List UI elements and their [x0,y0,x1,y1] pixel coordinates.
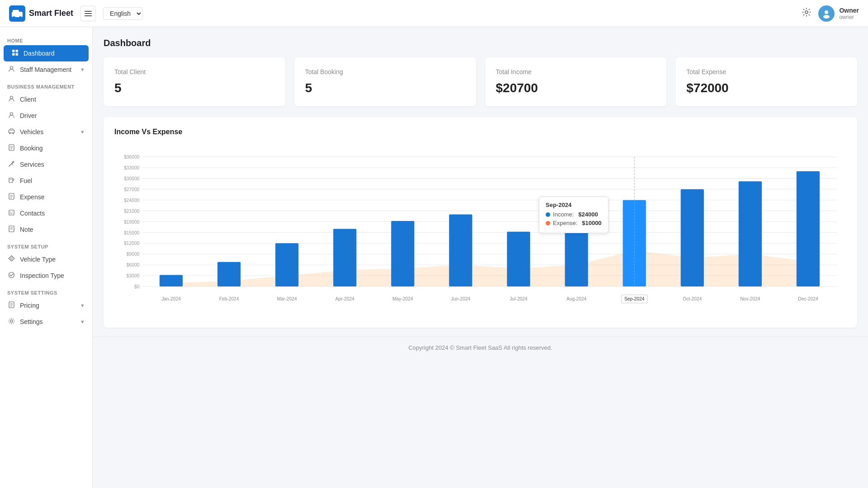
svg-text:$30000: $30000 [124,176,139,181]
vehicle-type-icon [7,255,15,263]
stat-card-total-booking: Total Booking 5 [294,57,476,106]
svg-text:Feb-2024: Feb-2024 [219,296,239,301]
svg-rect-6 [85,13,92,14]
contacts-label: Contacts [20,210,45,217]
svg-point-38 [10,258,12,259]
svg-rect-82 [739,181,762,286]
sidebar-item-inspection-type[interactable]: Inspection Type [0,267,92,284]
svg-text:$15000: $15000 [124,230,139,235]
stat-card-total-expense: Total Expense $72000 [675,57,857,106]
sidebar: Home Dashboard [0,27,93,488]
page-title: Dashboard [104,38,857,48]
client-icon [7,95,15,103]
avatar-icon [821,9,831,19]
total-expense-value: $72000 [686,81,846,95]
expense-icon [7,193,15,201]
dashboard-icon [11,49,19,57]
svg-point-44 [10,320,13,322]
svg-rect-18 [9,130,14,133]
language-select[interactable]: English [103,7,143,20]
sidebar-item-expense[interactable]: Expense [0,189,92,205]
staff-management-arrow: ▼ [80,67,85,72]
svg-marker-71 [171,250,808,286]
svg-point-10 [823,15,830,19]
inspection-type-label: Inspection Type [20,272,64,279]
svg-point-8 [805,11,808,14]
sidebar-item-fuel[interactable]: Fuel [0,173,92,189]
user-info: Owner owner [818,5,859,22]
svg-text:Oct-2024: Oct-2024 [683,296,702,301]
svg-point-39 [9,272,14,278]
chart-title: Income Vs Expense [114,128,846,136]
stat-card-total-income: Total Income $20700 [485,57,667,106]
svg-rect-73 [217,262,241,286]
driver-label: Driver [20,112,37,119]
total-booking-value: 5 [305,81,465,95]
sidebar-item-client[interactable]: Client [0,91,92,108]
svg-text:Jun-2024: Jun-2024 [451,296,471,301]
booking-label: Booking [20,145,43,152]
svg-text:$0: $0 [134,284,140,289]
svg-rect-77 [449,215,472,286]
total-booking-label: Total Booking [305,68,465,75]
pricing-icon [7,301,15,310]
svg-text:Apr-2024: Apr-2024 [335,296,354,301]
total-expense-label: Total Expense [686,68,846,75]
total-client-label: Total Client [114,68,274,75]
sidebar-item-driver[interactable]: Driver [0,108,92,124]
pricing-arrow: ▼ [80,303,85,308]
driver-icon [7,112,15,120]
svg-point-9 [825,10,828,14]
topbar: Smart Fleet English [0,0,868,27]
sidebar-item-note[interactable]: Note [0,221,92,238]
svg-rect-74 [275,243,298,286]
svg-text:Mar-2024: Mar-2024 [277,296,297,301]
settings-button[interactable] [802,8,811,19]
app-name: Smart Fleet [29,9,73,18]
svg-text:$3000: $3000 [127,273,140,278]
svg-text:$6000: $6000 [127,263,140,267]
sidebar-item-booking[interactable]: Booking [0,140,92,156]
sidebar-item-contacts[interactable]: Contacts [0,205,92,221]
svg-point-19 [9,133,10,134]
vehicle-type-label: Vehicle Type [20,256,56,263]
sidebar-item-services[interactable]: Services [0,156,92,173]
sidebar-item-vehicles[interactable]: Vehicles ▼ [0,124,92,140]
svg-marker-37 [9,256,14,261]
svg-text:$27000: $27000 [124,187,139,192]
svg-point-15 [10,66,13,69]
svg-text:Sep-2024: Sep-2024 [624,296,645,301]
svg-point-4 [19,16,22,19]
hamburger-button[interactable] [80,6,96,21]
sidebar-item-dashboard[interactable]: Dashboard [4,45,89,61]
settings-label: Settings [20,318,43,325]
sidebar-item-settings[interactable]: Settings ▼ [0,314,92,330]
sidebar-item-pricing[interactable]: Pricing ▼ [0,297,92,314]
svg-text:Dec-2024: Dec-2024 [798,296,818,301]
logo: Smart Fleet [9,5,73,22]
sidebar-item-staff-management[interactable]: Staff Management ▼ [0,61,92,78]
stat-cards: Total Client 5 Total Booking 5 Total Inc… [104,57,857,106]
svg-rect-13 [12,53,15,56]
svg-rect-75 [333,229,356,286]
svg-rect-81 [681,189,704,286]
booking-icon [7,144,15,152]
svg-rect-76 [391,221,414,286]
fuel-label: Fuel [20,177,32,184]
sidebar-home-label: Home [0,32,92,45]
svg-text:$36000: $36000 [124,155,139,160]
user-role: owner [839,14,859,20]
inspection-type-icon [7,272,15,280]
chart-card: Income Vs Expense $36000$33000$30000$270… [104,117,857,328]
avatar [818,5,835,22]
svg-point-25 [9,165,10,166]
svg-text:$12000: $12000 [124,241,139,246]
svg-rect-14 [15,53,18,56]
svg-rect-83 [797,171,820,286]
stat-card-total-client: Total Client 5 [104,57,285,106]
note-icon [7,225,15,234]
sidebar-item-vehicle-type[interactable]: Vehicle Type [0,251,92,267]
expense-label: Expense [20,193,44,201]
svg-rect-2 [13,10,19,13]
svg-rect-12 [15,50,18,52]
